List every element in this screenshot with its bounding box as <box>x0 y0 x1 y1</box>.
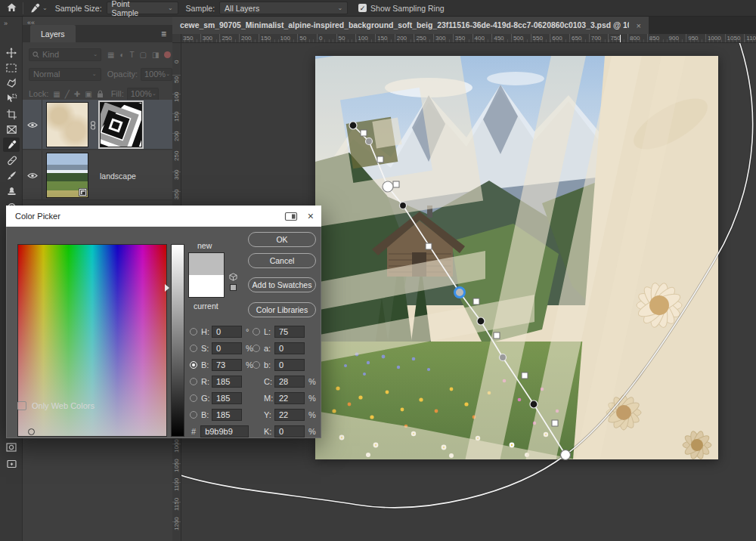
blend-mode-select[interactable]: Normal⌄ <box>29 68 101 81</box>
layer-mask-thumbnail[interactable] <box>100 102 142 147</box>
object-selection-tool-icon[interactable] <box>3 91 20 106</box>
value-input[interactable]: 185 <box>212 409 242 421</box>
value-input[interactable]: 22 <box>274 392 305 404</box>
radio-button[interactable] <box>253 345 260 352</box>
mask-link-icon[interactable] <box>89 121 97 130</box>
filter-toggle-icon[interactable] <box>164 51 171 58</box>
dialog-panel-icon[interactable] <box>285 212 297 221</box>
layer-filter-icons[interactable]: ▦◐T▢◨ <box>107 51 160 59</box>
filter-icon[interactable]: T <box>130 51 135 59</box>
visibility-toggle[interactable] <box>23 100 42 150</box>
tab-layers[interactable]: Layers <box>30 25 76 42</box>
sample-select[interactable]: All Layers⌄ <box>219 2 348 14</box>
marquee-tool-icon[interactable] <box>3 60 20 75</box>
ruler-label: 1000 <box>708 35 721 42</box>
hex-prefix: # <box>191 427 196 436</box>
toolbar-collapse-icon[interactable]: » <box>4 20 8 27</box>
ok-button[interactable]: OK <box>248 232 316 247</box>
radio-button[interactable] <box>190 394 197 402</box>
color-libraries-button[interactable]: Color Libraries <box>248 302 316 317</box>
value-input[interactable]: 75 <box>274 326 305 338</box>
hex-input[interactable]: b9b9b9 <box>200 425 249 437</box>
lock-option-icon[interactable]: ✚ <box>74 90 80 98</box>
color-field-marker[interactable] <box>28 428 35 435</box>
clone-stamp-tool-icon[interactable] <box>3 184 20 199</box>
radio-button[interactable] <box>190 378 197 385</box>
layer-row-landscape[interactable]: landscape <box>23 150 172 200</box>
value-input[interactable]: 185 <box>212 392 242 404</box>
value-input[interactable]: 0 <box>274 425 305 437</box>
hex-field-row: # b9b9b9 <box>191 425 249 437</box>
healing-brush-tool-icon[interactable] <box>3 153 20 168</box>
color-value-row: B:73% <box>190 359 253 371</box>
crop-tool-icon[interactable] <box>3 107 20 122</box>
sample-label: Sample: <box>186 4 215 13</box>
value-input[interactable]: 73 <box>212 359 242 371</box>
cancel-button[interactable]: Cancel <box>248 253 316 268</box>
lock-option-icon[interactable]: ╱ <box>65 90 70 98</box>
value-input[interactable]: 22 <box>274 409 305 421</box>
lock-icons[interactable]: ▦╱✚▣ <box>53 90 91 98</box>
layer-thumbnail[interactable] <box>46 153 88 198</box>
only-web-colors-checkbox[interactable] <box>17 401 26 410</box>
move-tool-icon[interactable] <box>3 45 20 60</box>
web-safe-swatch[interactable] <box>230 284 237 291</box>
value-input[interactable]: 0 <box>274 342 305 354</box>
layer-filter-select[interactable]: Kind ⌄ <box>29 48 101 61</box>
layer-row-masked[interactable] <box>23 100 172 150</box>
close-tab-icon[interactable]: × <box>637 21 641 30</box>
show-sampling-ring-checkbox[interactable]: ✓ <box>358 4 367 12</box>
value-input[interactable]: 185 <box>212 376 242 388</box>
frame-tool-icon[interactable] <box>3 122 20 137</box>
dialog-title-bar[interactable]: Color Picker × <box>6 206 321 227</box>
panel-menu-icon[interactable]: ≡ <box>161 29 166 39</box>
slider-arrow-icon[interactable] <box>165 284 169 292</box>
value-input[interactable]: 28 <box>274 376 305 388</box>
screen-mode-tool-icon[interactable] <box>3 456 20 471</box>
color-value-row: L:75 <box>253 326 316 338</box>
filter-icon[interactable]: ▦ <box>107 51 114 59</box>
canvas[interactable] <box>315 56 718 459</box>
sample-size-select[interactable]: Point Sample⌄ <box>107 2 178 14</box>
eyedropper-tool-icon[interactable] <box>3 138 20 152</box>
fill-input[interactable]: 100%⌄ <box>127 88 159 100</box>
home-icon[interactable] <box>7 3 17 14</box>
quick-mask-tool-icon[interactable] <box>3 440 20 454</box>
radio-button[interactable] <box>253 328 260 335</box>
add-to-swatches-button[interactable]: Add to Swatches <box>248 277 316 292</box>
lock-option-icon[interactable]: ▦ <box>53 90 60 98</box>
filter-icon[interactable]: ▢ <box>140 51 147 59</box>
filter-icon[interactable]: ◨ <box>152 51 159 59</box>
horizontal-ruler[interactable]: 3503002502001501005005010015020025030035… <box>172 34 756 43</box>
panel-tab-bar: Layers ≡ <box>23 25 172 42</box>
radio-button[interactable] <box>190 411 197 419</box>
radio-button[interactable] <box>190 328 197 335</box>
radio-button[interactable] <box>253 361 260 369</box>
lock-option-icon[interactable]: ▣ <box>85 90 91 98</box>
field-label: H: <box>201 327 212 336</box>
radio-button[interactable] <box>190 345 197 352</box>
web-gamut-warning-icon[interactable] <box>228 273 238 283</box>
visibility-toggle[interactable] <box>23 150 42 200</box>
ruler-label: 200 <box>241 35 251 42</box>
options-bar: ⌄ Sample Size: Point Sample⌄ Sample: All… <box>0 0 756 17</box>
layer-thumbnail[interactable] <box>46 102 88 147</box>
field-label: B: <box>201 360 212 369</box>
lock-icon[interactable] <box>97 90 104 98</box>
brush-tool-icon[interactable] <box>3 168 20 183</box>
document-tab[interactable]: cewe_sm_90705_Minimalist_alpine-inspired… <box>172 17 649 34</box>
radio-button[interactable] <box>190 361 197 369</box>
filter-icon[interactable]: ◐ <box>119 51 124 59</box>
opacity-input[interactable]: 100%⌄ <box>141 68 172 81</box>
color-value-row: b:0 <box>253 359 316 371</box>
field-label: Y: <box>264 410 274 419</box>
lasso-tool-icon[interactable] <box>3 76 20 91</box>
eyedropper-tool-icon[interactable]: ⌄ <box>29 3 48 14</box>
dialog-close-icon[interactable]: × <box>308 210 314 222</box>
brightness-slider[interactable] <box>171 244 184 437</box>
value-input[interactable]: 0 <box>274 359 305 371</box>
value-input[interactable]: 0 <box>212 342 242 354</box>
current-color-swatch[interactable] <box>189 275 224 297</box>
value-input[interactable]: 0 <box>212 326 242 338</box>
ruler-label: 600 <box>552 35 562 42</box>
